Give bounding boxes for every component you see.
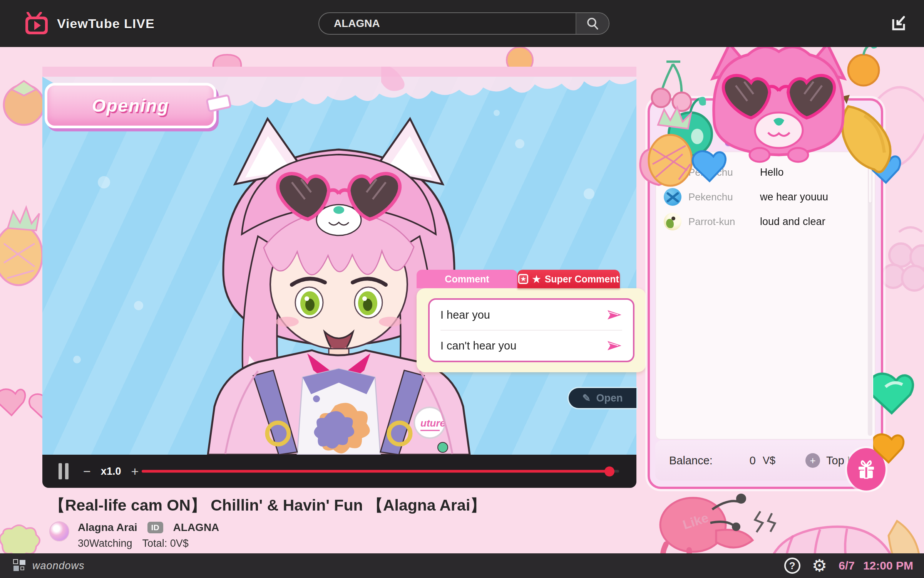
plus-icon: + (805, 453, 820, 468)
comment-dialog: Comment ★ ★ Super Comment I hear you (417, 270, 646, 372)
speed-down-button[interactable]: − (83, 465, 91, 478)
magnifier-icon (586, 17, 599, 30)
screen: Like ViewTube LIVE (0, 0, 924, 578)
collapse-window-icon (889, 14, 908, 32)
date-label: 6/7 (839, 559, 855, 572)
watching-count: 30Watching (78, 538, 132, 549)
comment-text: loud and clear (760, 216, 825, 228)
commenter-name: Parrot-kun (688, 216, 753, 228)
commenter-avatar (664, 188, 681, 206)
comment-row: Pekenchu Hello (664, 160, 860, 185)
comment-row: Pekenchu we hear youuu (664, 185, 860, 209)
brand-text: ViewTube LIVE (57, 16, 155, 31)
video-player: uture Opening Comment ★ ★ (42, 67, 636, 488)
send-arrow-icon (607, 309, 622, 320)
progress-fill (142, 470, 609, 473)
search-input[interactable] (319, 13, 576, 34)
comment-text: Hello (760, 166, 784, 178)
choice-i-cant-hear-you[interactable]: I can't hear you (440, 339, 622, 352)
tab-super-comment[interactable]: ★ ★ Super Comment (517, 270, 620, 288)
topbar: ViewTube LIVE (0, 0, 924, 47)
balance-bar: Balance: 0 V$ + Top Up (655, 440, 875, 481)
side-hearts-decor (873, 370, 924, 470)
scrollbar-thumb[interactable] (868, 157, 872, 203)
video-area[interactable]: uture Opening Comment ★ ★ (42, 67, 636, 455)
send-arrow-icon (607, 340, 622, 351)
exit-window-button[interactable] (889, 13, 909, 33)
progress-bar[interactable] (142, 470, 619, 473)
help-button[interactable]: ? (784, 558, 800, 574)
brand[interactable]: ViewTube LIVE (24, 12, 155, 35)
comment-scrollbar[interactable] (868, 155, 872, 436)
speed-label: x1.0 (101, 465, 121, 477)
commenter-avatar (664, 163, 681, 181)
balance-label: Balance: (669, 454, 713, 467)
taskbar: waondows ? ⚙ 6/7 12:00 PM (0, 553, 924, 578)
comment-panel-header: comment (650, 101, 881, 151)
question-icon: ? (789, 560, 795, 572)
search-button[interactable] (576, 13, 609, 34)
os-label: waondows (32, 560, 85, 572)
stream-title: 【Real-life cam ON】 Chillin' & Havin' Fun… (49, 495, 486, 516)
settings-button[interactable]: ⚙ (812, 557, 827, 574)
video-controls: − x1.0 + (42, 455, 636, 488)
comment-list[interactable]: Pekenchu Hello Pekenchu we hear youuu Pa… (655, 151, 875, 440)
open-button[interactable]: ✎ Open (569, 388, 636, 408)
total-earned: Total: 0V$ (142, 538, 189, 549)
choice-i-hear-you[interactable]: I hear you (440, 309, 622, 321)
channel-name: Alagna Arai (78, 521, 137, 534)
star-icon: ★ (532, 274, 541, 285)
id-badge: ID (147, 522, 163, 533)
waondows-logo-icon (13, 559, 26, 572)
commenter-name: Pekenchu (688, 191, 753, 203)
channel-id: ALAGNA (173, 521, 219, 534)
tab-comment[interactable]: Comment (417, 270, 517, 288)
choice-divider (440, 330, 622, 331)
progress-knob[interactable] (604, 466, 614, 476)
search-bar (318, 12, 609, 35)
time-label: 12:00 PM (863, 559, 913, 572)
stage-banner: Opening (45, 83, 216, 128)
channel-avatar (49, 521, 69, 541)
commenter-name: Pekenchu (688, 166, 753, 178)
pencil-icon: ✎ (583, 392, 591, 404)
pause-button[interactable] (59, 463, 69, 479)
comment-widget: comment Pekenchu Hello Pekenchu we hear … (648, 98, 883, 489)
viewtube-logo-icon (24, 12, 49, 35)
balance-currency: V$ (763, 455, 775, 467)
choice-panel: I hear you I can't hear you (417, 288, 646, 372)
balance-value: 0 (750, 454, 756, 467)
super-comment-badge-icon: ★ (518, 274, 528, 284)
speed-up-button[interactable]: + (131, 465, 139, 478)
comment-row: Parrot-kun loud and clear (664, 209, 860, 234)
commenter-avatar (664, 213, 681, 230)
gear-icon: ⚙ (812, 556, 827, 575)
taskbar-clock: 6/7 12:00 PM (839, 559, 913, 572)
outfit-badge-label: uture (420, 417, 445, 429)
stream-info: 【Real-life cam ON】 Chillin' & Havin' Fun… (49, 495, 486, 549)
comment-text: we hear youuu (760, 191, 828, 203)
start-button[interactable]: waondows (13, 559, 85, 572)
